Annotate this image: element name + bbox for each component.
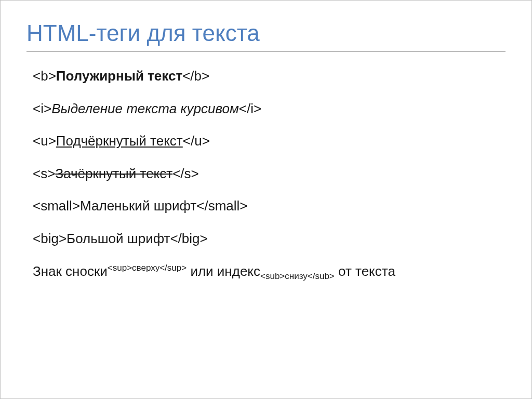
tag-open-i: <i>	[33, 101, 51, 116]
strike-text: Зачёркнутый текст	[55, 166, 172, 181]
tag-open-u: <u>	[33, 133, 56, 149]
example-underline: <u>Подчёркнутый текст</u>	[33, 132, 506, 150]
slide-frame: HTML-теги для текста <b>Полужирный текст…	[0, 0, 532, 399]
example-italic: <i>Выделение текста курсивом</i>	[33, 100, 506, 117]
sub-content: снизу	[285, 271, 308, 281]
example-strike: <s>Зачёркнутый текст</s>	[33, 165, 506, 182]
example-bold: <b>Полужирный текст</b>	[33, 68, 506, 85]
tag-open-sub: <sub>	[260, 271, 285, 281]
small-text: Маленький шрифт	[80, 198, 196, 214]
slide-title: HTML-теги для текста	[26, 20, 506, 46]
tag-close-i: </i>	[239, 101, 261, 116]
italic-text: Выделение текста курсивом	[51, 101, 239, 116]
tag-close-big: </big>	[170, 231, 207, 246]
tag-open-b: <b>	[33, 68, 56, 84]
tag-open-big: <big>	[33, 231, 66, 246]
example-small: <small>Маленький шрифт</small>	[33, 197, 506, 215]
big-text: Большой шрифт	[66, 231, 170, 246]
tag-close-u: </u>	[183, 133, 210, 149]
tag-open-small: <small>	[33, 198, 80, 214]
supsub-post: от текста	[335, 263, 395, 279]
tag-close-s: </s>	[172, 166, 199, 181]
tag-close-small: </small>	[196, 198, 247, 214]
tag-open-sup: <sup>	[108, 263, 132, 273]
tag-open-s: <s>	[33, 166, 55, 181]
sup-content: сверху	[132, 263, 159, 273]
supsub-mid: или индекс	[187, 263, 260, 279]
slide-content: <b>Полужирный текст</b> <i>Выделение тек…	[26, 68, 506, 282]
example-big: <big>Большой шрифт</big>	[33, 230, 506, 247]
title-divider	[26, 51, 506, 52]
bold-text: Полужирный текст	[56, 68, 182, 84]
underline-text: Подчёркнутый текст	[56, 133, 183, 149]
tag-close-b: </b>	[182, 68, 209, 84]
tag-close-sub: </sub>	[308, 271, 335, 281]
tag-close-sup: </sup>	[159, 263, 187, 273]
supsub-pre: Знак сноски	[33, 263, 108, 279]
example-supsub: Знак сноски<sup>сверху</sup> или индекс<…	[33, 262, 506, 282]
